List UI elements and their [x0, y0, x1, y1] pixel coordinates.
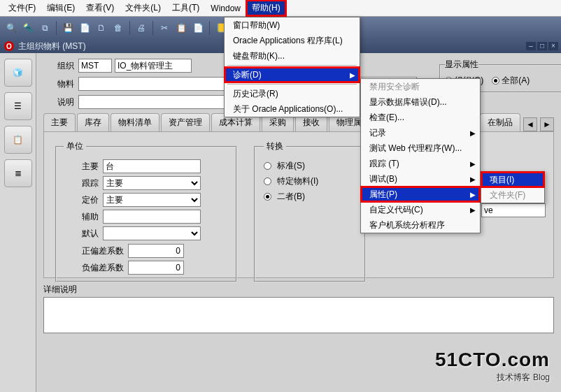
display-attr-legend: 显示属性	[445, 59, 478, 71]
neg-coef-input[interactable]	[128, 261, 184, 275]
mi-win-help[interactable]: 窗口帮助(W)	[225, 17, 360, 33]
win-min-icon[interactable]: –	[526, 42, 536, 50]
separator	[209, 21, 210, 35]
arrow-right-icon: ▶	[470, 175, 476, 183]
cube-icon: 🧊	[13, 68, 23, 78]
rail-btn-list[interactable]: ☰	[4, 92, 32, 120]
pos-coef-label: 正偏差系数	[64, 245, 124, 257]
price-select[interactable]: 主要	[103, 193, 201, 207]
items-icon: ≣	[15, 168, 22, 178]
detail-textarea[interactable]	[43, 297, 554, 333]
primary-input[interactable]	[103, 159, 201, 173]
menu-window[interactable]: Window	[205, 1, 246, 15]
radio-std[interactable]: 标准(S)	[264, 158, 356, 173]
copy-icon[interactable]: 📋	[174, 21, 188, 35]
flashlight-icon[interactable]: 🔦	[21, 21, 35, 35]
trailing-input[interactable]	[481, 203, 546, 217]
win-close-icon[interactable]: ×	[548, 42, 558, 50]
default-select[interactable]	[103, 226, 201, 240]
nav-icon[interactable]: ⧉	[38, 21, 52, 35]
mi-folder[interactable]: 文件夹(F)	[481, 187, 544, 203]
separator	[129, 21, 130, 35]
menu-edit[interactable]: 编辑(E)	[41, 0, 80, 16]
tab-asset[interactable]: 资产管理	[161, 113, 210, 131]
mi-properties[interactable]: 属性(P)▶	[361, 187, 480, 202]
track-label: 跟踪	[64, 177, 99, 189]
oracle-icon: O	[4, 41, 14, 51]
item-label: 物料	[43, 78, 74, 90]
mi-history[interactable]: 历史记录(R)	[225, 86, 360, 101]
radio-all[interactable]: 全部(A)	[492, 75, 530, 87]
mi-db-err[interactable]: 显示数据库错误(D)...	[361, 94, 480, 110]
menu-divider	[227, 65, 357, 66]
save-icon[interactable]: 💾	[61, 21, 75, 35]
tab-bom[interactable]: 物料清单	[111, 113, 159, 131]
org-name-input[interactable]	[115, 59, 192, 73]
watermark: 51CTO.com 技术博客 Blog	[435, 349, 550, 384]
mi-item[interactable]: 项目(I)	[481, 172, 544, 187]
tab-scroll-left[interactable]: ◄	[523, 117, 537, 131]
properties-submenu: 项目(I) 文件夹(F)	[481, 171, 545, 203]
tab-wip[interactable]: 在制品	[480, 113, 520, 131]
cut-icon[interactable]: ✂	[157, 21, 171, 35]
arrow-right-icon: ▶	[350, 71, 355, 79]
mi-kbd-help[interactable]: 键盘帮助(K)...	[225, 48, 360, 64]
menu-folder[interactable]: 文件夹(L)	[120, 0, 166, 16]
find-icon[interactable]: 🔍	[4, 21, 18, 35]
track-select[interactable]: 主要	[103, 176, 201, 190]
arrow-right-icon: ▶	[470, 129, 476, 137]
new-icon[interactable]: 📄	[78, 21, 92, 35]
conv-legend: 转换	[264, 140, 286, 152]
mi-debug[interactable]: 调试(B)▶	[361, 171, 480, 187]
pos-coef-input[interactable]	[128, 244, 184, 258]
default-label: 默认	[64, 228, 99, 240]
primary-label: 主要	[64, 161, 99, 173]
win-max-icon[interactable]: □	[537, 42, 547, 50]
mi-oracle-lib[interactable]: Oracle Applications 程序库(L)	[225, 33, 360, 48]
desc-label: 说明	[43, 96, 74, 108]
tab-inventory[interactable]: 库存	[77, 113, 109, 131]
help-menu: 窗口帮助(W) Oracle Applications 程序库(L) 键盘帮助(…	[224, 17, 360, 117]
tab-scroll-right[interactable]: ►	[540, 117, 554, 131]
menu-tools[interactable]: 工具(T)	[166, 0, 205, 16]
menu-help[interactable]: 帮助(H)	[246, 0, 286, 16]
rail-btn-cube[interactable]: 🧊	[4, 59, 32, 87]
menu-view[interactable]: 查看(V)	[80, 0, 120, 16]
menu-file[interactable]: 文件(F)	[3, 0, 41, 16]
menu-divider	[227, 84, 357, 85]
separator	[152, 21, 153, 35]
tab-main[interactable]: 主要	[43, 113, 76, 131]
radio-spec[interactable]: 特定物料(I)	[264, 173, 356, 189]
price-label: 定价	[64, 194, 99, 206]
diagnose-submenu: 禁用安全诊断 显示数据库错误(D)... 检查(E)... 记录▶ 测试 Web…	[360, 78, 481, 233]
mi-trace[interactable]: 跟踪 (T)▶	[361, 156, 480, 171]
aux-label: 辅助	[64, 211, 99, 223]
clear-icon[interactable]: 🗋	[94, 21, 108, 35]
rail-btn-doc[interactable]: 📋	[4, 126, 32, 154]
separator	[56, 21, 57, 35]
neg-coef-label: 负偏差系数	[64, 262, 124, 274]
arrow-right-icon: ▶	[470, 206, 476, 214]
menubar: 文件(F) 编辑(E) 查看(V) 文件夹(L) 工具(T) Window 帮助…	[0, 0, 561, 17]
mi-examine[interactable]: 检查(E)...	[361, 110, 480, 125]
unit-legend: 单位	[64, 140, 86, 152]
mi-disable-sec[interactable]: 禁用安全诊断	[361, 79, 480, 94]
aux-input[interactable]	[103, 210, 201, 224]
rail-btn-items[interactable]: ≣	[4, 159, 32, 187]
mi-client-sys[interactable]: 客户机系统分析程序	[361, 217, 480, 233]
left-rail: 🧊 ☰ 📋 ≣	[0, 53, 36, 392]
mi-diagnose[interactable]: 诊断(D)▶	[225, 67, 360, 82]
doc-icon: 📋	[13, 135, 23, 145]
mi-about[interactable]: 关于 Oracle Applications(O)...	[225, 101, 360, 117]
radio-both[interactable]: 二者(B)	[264, 189, 356, 204]
mi-test-web[interactable]: 测试 Web 代理程序(W)...	[361, 140, 480, 156]
mi-log[interactable]: 记录▶	[361, 125, 480, 140]
watermark-site: 51CTO.com	[435, 349, 550, 371]
org-code-input[interactable]	[78, 59, 112, 73]
window-title-text: 主组织物料 (MST)	[18, 41, 86, 52]
paste-icon[interactable]: 📄	[191, 21, 205, 35]
delete-icon[interactable]: 🗑	[111, 21, 125, 35]
org-label: 组织	[43, 60, 74, 72]
print-icon[interactable]: 🖨	[134, 21, 148, 35]
mi-custom[interactable]: 自定义代码(C)▶	[361, 202, 480, 217]
